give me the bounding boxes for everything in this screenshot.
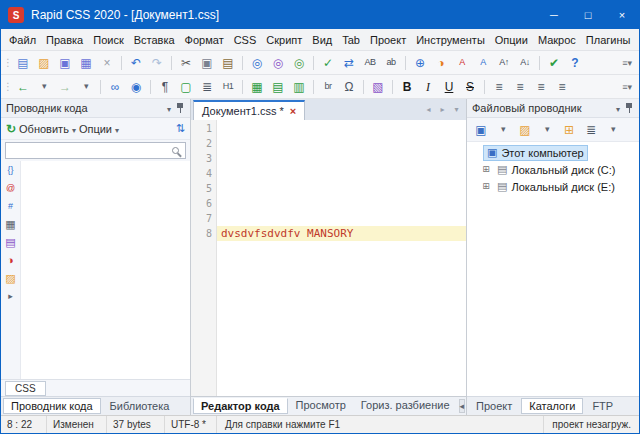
view-menu-icon[interactable]: ≣: [581, 120, 601, 139]
save-icon[interactable]: ▣: [55, 53, 75, 72]
tab-code-editor[interactable]: Редактор кода: [193, 398, 288, 414]
toolbar-overflow-icon[interactable]: ≡▾: [618, 58, 636, 68]
tab-library[interactable]: Библиотека: [103, 399, 177, 413]
code-line[interactable]: [217, 196, 466, 211]
code-line[interactable]: [217, 151, 466, 166]
font-decrease-icon[interactable]: A↓: [515, 53, 535, 72]
tab-list-icon[interactable]: ▾: [450, 103, 463, 117]
save-all-icon[interactable]: ▦: [76, 53, 96, 72]
image-icon[interactable]: ▧: [368, 77, 388, 96]
line-break-icon[interactable]: br: [318, 77, 338, 96]
tree-item[interactable]: ▣ Этот компьютер: [467, 144, 639, 161]
code-line[interactable]: [217, 211, 466, 226]
special-char-icon[interactable]: Ω: [339, 77, 359, 96]
highlight-color-icon[interactable]: A: [473, 53, 493, 72]
copy-icon[interactable]: ▣: [197, 53, 217, 72]
find-next-icon[interactable]: ◎: [289, 53, 309, 72]
tab-split[interactable]: Гориз. разбиение: [354, 398, 457, 414]
lowercase-icon[interactable]: ab: [381, 53, 401, 72]
menu-item[interactable]: Справка: [635, 31, 640, 49]
heading-icon[interactable]: H1: [218, 77, 238, 96]
options-button[interactable]: Опции: [79, 123, 112, 135]
css-category-tab[interactable]: CSS: [5, 381, 46, 396]
open-file-icon[interactable]: ▨: [34, 53, 54, 72]
menu-item[interactable]: Поиск: [88, 31, 128, 49]
refresh-icon[interactable]: [6, 122, 16, 136]
paste-icon[interactable]: ▤: [218, 53, 238, 72]
menu-item[interactable]: CSS: [229, 31, 262, 49]
menu-item[interactable]: Правка: [41, 31, 88, 49]
sort-icon[interactable]: [176, 122, 185, 135]
div-icon[interactable]: ▢: [176, 77, 196, 96]
code-editor[interactable]: 1 2 3 4 5 6 7 8 dvsdvfsdvdfv MANSORY: [191, 120, 466, 396]
spell-check-icon[interactable]: ✓: [318, 53, 338, 72]
list-icon[interactable]: ≣: [197, 77, 217, 96]
tab-document1[interactable]: Документ1.css * ×: [193, 100, 305, 120]
menu-item[interactable]: Проект: [365, 31, 411, 49]
font-color-icon[interactable]: A: [452, 53, 472, 72]
justify-icon[interactable]: ≡: [552, 77, 572, 96]
back-menu-icon[interactable]: ▾: [34, 77, 54, 96]
pin-icon[interactable]: [176, 102, 185, 114]
expand-strip-icon[interactable]: ▸: [3, 289, 19, 304]
grid-icon[interactable]: ▦: [3, 217, 19, 232]
code-line[interactable]: dvsdvfsdvdfv MANSORY: [217, 226, 466, 241]
code-explorer-content[interactable]: [21, 161, 190, 379]
menu-item[interactable]: Скрипт: [261, 31, 307, 49]
prev-tab-icon[interactable]: ◂: [422, 103, 435, 117]
table-cell-icon[interactable]: ▥: [289, 77, 309, 96]
dropdown-arrow-icon[interactable]: ▾: [537, 120, 557, 139]
tree-expander-icon[interactable]: ⊞: [481, 182, 491, 191]
new-folder-icon[interactable]: ⊞: [559, 120, 579, 139]
tab-folders[interactable]: Каталоги: [521, 398, 583, 414]
dropdown-arrow-icon[interactable]: ▾: [493, 120, 513, 139]
colors-icon[interactable]: ◑: [431, 53, 451, 72]
tree-expander-icon[interactable]: ⊞: [481, 165, 491, 174]
paragraph-icon[interactable]: ¶: [155, 77, 175, 96]
undo-icon[interactable]: ↶: [126, 53, 146, 72]
next-tab-icon[interactable]: ▸: [436, 103, 449, 117]
layers-icon[interactable]: ▤: [3, 235, 19, 250]
options-menu-arrow-icon[interactable]: [115, 123, 119, 135]
find-icon[interactable]: ◎: [247, 53, 267, 72]
menu-item[interactable]: Инструменты: [411, 31, 490, 49]
panel-menu-icon[interactable]: [167, 102, 171, 114]
cut-icon[interactable]: ✂: [176, 53, 196, 72]
scroll-left-icon[interactable]: [459, 399, 466, 413]
redo-icon[interactable]: ↷: [147, 53, 167, 72]
menu-item[interactable]: Опции: [490, 31, 533, 49]
close-button[interactable]: ×: [605, 1, 639, 29]
globe-icon[interactable]: ⊕: [410, 53, 430, 72]
close-tab-icon[interactable]: ×: [290, 105, 296, 117]
tree-item[interactable]: ⊞ ▤ Локальный диск (E:): [467, 178, 639, 195]
back-icon[interactable]: ←: [13, 77, 33, 96]
computer-menu-icon[interactable]: ▣: [471, 120, 491, 139]
code-cleaner-icon[interactable]: ✔: [544, 53, 564, 72]
link-icon[interactable]: ∞: [105, 77, 125, 96]
text-replace-icon[interactable]: ⇄: [339, 53, 359, 72]
minimize-button[interactable]: ─: [537, 1, 571, 29]
folder-menu-icon[interactable]: ▨: [515, 120, 535, 139]
align-left-icon[interactable]: ≡: [489, 77, 509, 96]
uppercase-icon[interactable]: AB: [360, 53, 380, 72]
refresh-menu-arrow-icon[interactable]: [72, 123, 76, 135]
pin-icon[interactable]: [625, 102, 634, 114]
bold-icon[interactable]: B: [397, 77, 417, 96]
forward-icon[interactable]: →: [55, 77, 75, 96]
at-rule-icon[interactable]: @: [3, 181, 19, 196]
dropdown-arrow-icon[interactable]: ▾: [603, 120, 623, 139]
code-line[interactable]: [217, 121, 466, 136]
menu-item[interactable]: Файл: [4, 31, 41, 49]
replace-icon[interactable]: ◎: [268, 53, 288, 72]
table-icon[interactable]: ▦: [247, 77, 267, 96]
tree-item[interactable]: ⊞ ▤ Локальный диск (C:): [467, 161, 639, 178]
code-line[interactable]: [217, 166, 466, 181]
anchor-icon[interactable]: ◉: [126, 77, 146, 96]
panel-menu-icon[interactable]: [616, 102, 620, 114]
menu-item[interactable]: Вставка: [129, 31, 180, 49]
align-center-icon[interactable]: ≡: [510, 77, 530, 96]
refresh-button[interactable]: Обновить: [19, 123, 69, 135]
tab-code-explorer[interactable]: Проводник кода: [3, 398, 101, 414]
menu-item[interactable]: Формат: [180, 31, 229, 49]
swatch-icon[interactable]: ▨: [3, 271, 19, 286]
